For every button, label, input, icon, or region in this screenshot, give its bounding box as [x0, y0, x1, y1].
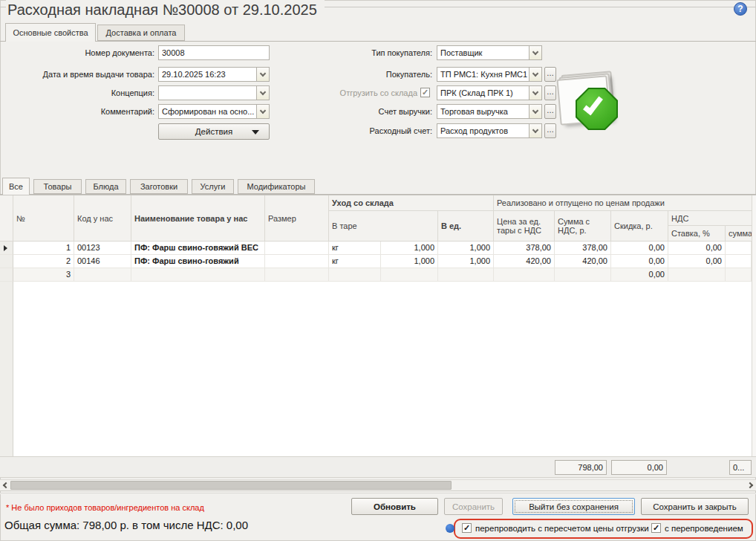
tab-all[interactable]: Все: [2, 178, 30, 195]
total-vat-sum: 0...: [729, 460, 752, 475]
total-sum: 798,00: [555, 460, 607, 475]
table-row: 1 00123 ПФ: Фарш свино-говяжий ВЕС кг 1,…: [0, 242, 756, 255]
cell-tare-unit[interactable]: [329, 268, 381, 282]
cell-discount[interactable]: 0,00: [611, 268, 668, 282]
cell-vat-rate[interactable]: 0,00: [668, 242, 726, 255]
row-indicator: [0, 242, 13, 255]
buyer-type-label: Тип покупателя:: [312, 45, 432, 60]
chevron-down-icon[interactable]: [529, 86, 541, 100]
chevron-down-icon[interactable]: [256, 105, 269, 118]
cell-vat-sum[interactable]: [726, 242, 752, 255]
tab-dishes[interactable]: Блюда: [85, 179, 126, 194]
actions-button[interactable]: Действия: [158, 123, 270, 140]
totals-strip: 798,00 0,00 0...: [0, 456, 756, 478]
cell-num[interactable]: 2: [13, 255, 74, 268]
reprice-checkbox-label[interactable]: перепроводить с пересчетом цены отгрузки: [475, 524, 649, 533]
cell-num[interactable]: 1: [13, 242, 74, 255]
exit-without-saving-button[interactable]: Выйти без сохранения: [512, 498, 635, 515]
cell-discount[interactable]: 0,00: [611, 242, 668, 255]
revenue-account-label: Счет выручки:: [312, 104, 432, 119]
chevron-down-icon[interactable]: [529, 68, 541, 81]
cell-sum[interactable]: [555, 268, 611, 282]
cell-in-tare[interactable]: [381, 268, 438, 282]
refresh-button[interactable]: Обновить: [351, 498, 438, 515]
cell-name[interactable]: ПФ: Фарш свино-говяжий ВЕС: [131, 242, 265, 255]
chevron-down-icon[interactable]: [256, 86, 269, 100]
buyer-type-value: Поставщик: [440, 48, 482, 57]
expense-account-combobox[interactable]: Расход продуктов: [437, 123, 542, 138]
warehouse-browse-button[interactable]: …: [544, 85, 556, 100]
tab-services[interactable]: Услуги: [192, 179, 234, 194]
cell-size[interactable]: [265, 242, 329, 255]
cell-price[interactable]: 420,00: [494, 255, 555, 268]
buyer-combobox[interactable]: ТП РМС1: Кухня РМС1: [437, 67, 542, 82]
reprice-checkbox[interactable]: ✓: [462, 523, 472, 533]
date-label: Дата и время выдачи товара:: [21, 67, 154, 82]
header-size: Размер: [265, 195, 329, 242]
dropdown-arrow-icon: [252, 130, 259, 135]
tab-delivery-payment[interactable]: Доставка и оплата: [97, 25, 185, 41]
cell-sum[interactable]: 420,00: [555, 255, 611, 268]
buyer-value: ТП РМС1: Кухня РМС1: [440, 70, 527, 79]
cell-name[interactable]: [131, 268, 265, 282]
cell-tare-unit[interactable]: кг: [329, 242, 381, 255]
date-value: 29.10.2025 16:23: [162, 70, 226, 79]
warehouse-combobox[interactable]: ПРК (Склад ПРК 1): [437, 85, 542, 100]
header-price: Цена за ед. тары с НДС: [494, 211, 555, 242]
chevron-down-icon[interactable]: [529, 105, 541, 118]
comment-combobox[interactable]: Сформирован на осно...: [158, 104, 270, 119]
concept-combobox[interactable]: [158, 85, 270, 100]
cell-sum[interactable]: 378,00: [555, 242, 611, 255]
cell-vat-rate[interactable]: [668, 268, 726, 282]
cell-tare-unit[interactable]: кг: [329, 255, 381, 268]
buyer-browse-button[interactable]: …: [544, 67, 556, 82]
cell-vat-sum[interactable]: [726, 255, 752, 268]
concept-label: Концепция:: [21, 85, 154, 100]
cell-code[interactable]: [74, 268, 131, 282]
header-in-tare: В таре: [329, 211, 438, 242]
chevron-down-icon[interactable]: [529, 124, 541, 137]
chevron-down-icon[interactable]: [256, 68, 269, 81]
cell-price[interactable]: [494, 268, 555, 282]
cell-discount[interactable]: 0,00: [611, 255, 668, 268]
cell-price[interactable]: 378,00: [494, 242, 555, 255]
cell-in-units[interactable]: 1,000: [438, 255, 494, 268]
footer-divider: [0, 493, 756, 494]
cell-code[interactable]: 00123: [74, 242, 131, 255]
chevron-down-icon[interactable]: [529, 46, 541, 59]
cell-num[interactable]: 3: [13, 268, 74, 282]
tab-main-properties[interactable]: Основные свойства: [5, 23, 96, 42]
revenue-account-combobox[interactable]: Торговая выручка: [437, 104, 542, 119]
save-and-close-button[interactable]: Сохранить и закрыть: [641, 498, 749, 515]
items-table: № Код у нас Наименование товара у нас Ра…: [0, 195, 756, 456]
current-row-arrow-icon: [4, 245, 7, 251]
tab-goods[interactable]: Товары: [33, 179, 82, 194]
cell-size[interactable]: [265, 255, 329, 268]
cell-in-units[interactable]: 1,000: [438, 242, 494, 255]
revenue-browse-button[interactable]: …: [544, 104, 556, 119]
cell-size[interactable]: [265, 268, 329, 282]
expense-account-value: Расход продуктов: [440, 126, 508, 135]
help-icon[interactable]: ?: [734, 2, 747, 16]
tab-modifiers[interactable]: Модификаторы: [238, 179, 315, 194]
cell-name[interactable]: ПФ: Фарш свино-говяжий: [131, 255, 265, 268]
cell-code[interactable]: 00146: [74, 255, 131, 268]
cell-in-tare[interactable]: 1,000: [381, 255, 438, 268]
doc-number-input[interactable]: 30008: [158, 45, 270, 60]
cell-in-units[interactable]: [438, 268, 494, 282]
expense-browse-button[interactable]: …: [544, 123, 556, 138]
tab-preparations[interactable]: Заготовки: [130, 179, 188, 194]
callout-dot-icon: [446, 524, 454, 533]
buyer-type-combobox[interactable]: Поставщик: [437, 45, 542, 60]
cell-vat-sum[interactable]: [726, 268, 752, 282]
repost-checkbox[interactable]: ✓: [651, 523, 661, 533]
ship-from-checkbox[interactable]: ✓: [420, 88, 430, 97]
date-combobox[interactable]: 29.10.2025 16:23: [158, 67, 270, 82]
cell-vat-rate[interactable]: 0,00: [668, 255, 726, 268]
invoice-window: Расходная накладная №30008 от 29.10.2025…: [0, 0, 756, 541]
repost-checkbox-label[interactable]: с перепроведением: [665, 524, 743, 533]
warehouse-value: ПРК (Склад ПРК 1): [440, 88, 513, 97]
cell-in-tare[interactable]: 1,000: [381, 242, 438, 255]
scrollbar-thumb[interactable]: [10, 481, 452, 490]
total-discount: 0,00: [611, 460, 667, 475]
